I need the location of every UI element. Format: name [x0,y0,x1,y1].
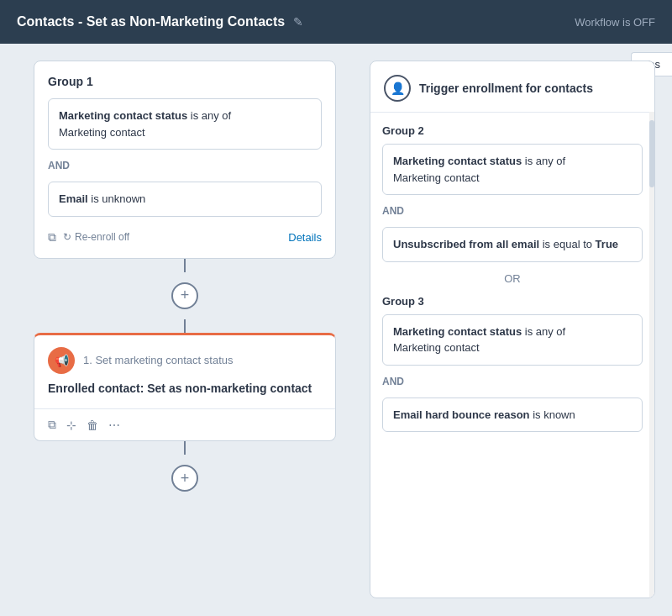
group3-condition2-bold: Email hard bounce reason [393,408,530,421]
group2-condition1-bold: Marketing contact status [393,155,522,167]
group1-condition2: Email is unknown [48,182,322,217]
footer-left: ⧉ ↻ Re-enroll off [48,230,129,245]
connector-line-3 [184,441,186,455]
group1-condition2-text: Email is unknown [59,192,145,205]
reenroll-label: Re-enroll off [75,231,129,243]
main-content: Group 1 Marketing contact status is any … [0,44,672,616]
group1-condition2-bold: Email [59,192,88,205]
duplicate-icon[interactable]: ⧉ [48,418,56,432]
left-panel: Group 1 Marketing contact status is any … [17,61,353,599]
group3-condition2: Email hard bounce reason is known [382,398,643,433]
action-card-1: 📢 1. Set marketing contact status Enroll… [34,333,336,442]
action-icon: 📢 [48,347,75,374]
group2-title: Group 2 [382,124,643,137]
page-title: Contacts - Set as Non-Marketing Contacts [17,14,285,29]
group2-and-label: AND [382,202,643,220]
group3-title: Group 3 [382,295,643,308]
group3-condition2-text: Email hard bounce reason is known [393,408,575,421]
action-footer: ⧉ ⊹ 🗑 ⋯ [34,408,335,440]
group2-condition1-text: Marketing contact status is any ofMarket… [393,155,565,184]
scrollbar-thumb[interactable] [649,120,654,187]
group2: Group 2 Marketing contact status is any … [382,124,643,262]
trigger-title: Trigger enrollment for contacts [419,82,593,95]
group1-condition1-text: Marketing contact status is any ofMarket… [59,109,231,139]
group2-condition2-bold: Unsubscribed from all email [393,238,539,250]
add-step-button-2[interactable]: + [171,465,198,492]
group3-and-label: AND [382,372,643,391]
trigger-icon: 👤 [384,75,411,102]
group3-condition2-rest: is known [530,408,575,421]
group1-condition2-rest: is unknown [88,192,146,205]
copy-icon[interactable]: ⧉ [48,230,56,245]
reenroll-button[interactable]: ↻ Re-enroll off [63,231,129,243]
group3-condition1-text: Marketing contact status is any ofMarket… [393,325,565,355]
more-icon[interactable]: ⋯ [108,419,120,432]
trigger-content: Group 2 Marketing contact status is any … [370,113,654,452]
connector-line-2 [184,319,186,333]
edit-icon[interactable]: ✎ [293,15,303,29]
group3: Group 3 Marketing contact status is any … [382,295,643,433]
group1-title: Group 1 [48,75,322,88]
group1-and-label: AND [48,156,322,175]
app-header: Contacts - Set as Non-Marketing Contacts… [0,0,672,44]
connector-line-1 [184,259,186,272]
or-divider: OR [382,272,643,285]
group2-condition2-text: Unsubscribed from all email is equal to … [393,238,618,250]
workflow-status: Workflow is OFF [575,16,655,29]
action-description: Enrolled contact: Set as non-marketing c… [34,381,335,409]
drag-icon[interactable]: ⊹ [66,419,76,432]
details-link[interactable]: Details [288,231,322,244]
group2-condition1: Marketing contact status is any ofMarket… [382,144,643,195]
action-number-title: 1. Set marketing contact status [83,354,233,366]
trigger-header: 👤 Trigger enrollment for contacts [370,61,654,113]
group1-card: Group 1 Marketing contact status is any … [34,61,336,259]
scrollbar[interactable] [649,112,654,598]
group1-condition1: Marketing contact status is any ofMarket… [48,98,322,150]
group3-condition1: Marketing contact status is any ofMarket… [382,314,643,366]
group2-condition2-rest: is equal to True [539,238,618,250]
reenroll-icon: ↻ [63,231,71,243]
group1-condition1-bold: Marketing contact status [59,109,187,122]
group2-condition2: Unsubscribed from all email is equal to … [382,227,643,262]
group3-condition1-bold: Marketing contact status [393,325,522,338]
group1-footer: ⧉ ↻ Re-enroll off Details [48,227,322,245]
right-panel: 👤 Trigger enrollment for contacts Group … [370,61,655,598]
add-step-button-1[interactable]: + [171,282,198,309]
delete-icon[interactable]: 🗑 [87,419,98,432]
action-header: 📢 1. Set marketing contact status [34,335,335,381]
header-left: Contacts - Set as Non-Marketing Contacts… [17,14,303,29]
